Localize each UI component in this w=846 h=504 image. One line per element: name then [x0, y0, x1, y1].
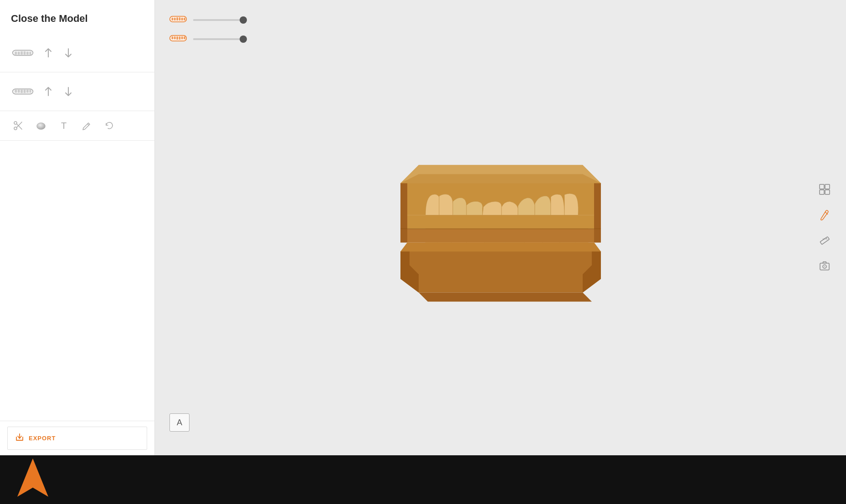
svg-rect-51: [820, 190, 824, 194]
svg-rect-28: [184, 18, 185, 20]
upper-slider-icon: [169, 15, 187, 25]
svg-marker-42: [400, 252, 601, 293]
svg-rect-31: [174, 36, 176, 39]
svg-rect-24: [174, 18, 176, 20]
export-icon: [15, 433, 24, 444]
bottom-bar: [0, 455, 846, 504]
slider-panel: [169, 15, 243, 45]
export-label: EXPORT: [29, 435, 56, 442]
3d-model: [382, 138, 619, 329]
lower-slider-row: [169, 34, 243, 45]
svg-line-21: [87, 124, 89, 125]
svg-point-59: [824, 266, 825, 267]
upper-teeth-row: [11, 41, 144, 65]
svg-rect-12: [24, 90, 26, 93]
svg-marker-46: [400, 183, 407, 243]
svg-rect-13: [26, 90, 29, 92]
lower-teeth-row: [11, 80, 144, 103]
svg-rect-10: [18, 90, 20, 92]
bottom-arrow-icon: [15, 457, 51, 503]
lower-arrow-up-button[interactable]: [42, 85, 55, 98]
svg-rect-2: [18, 52, 20, 55]
svg-marker-43: [419, 293, 592, 302]
svg-rect-14: [29, 90, 31, 92]
upper-slider[interactable]: [193, 19, 243, 21]
sidebar-spacer: [0, 141, 154, 421]
paint-tool[interactable]: [816, 206, 833, 224]
tools-section: T: [0, 111, 154, 141]
svg-rect-26: [179, 17, 181, 20]
svg-rect-32: [176, 36, 178, 40]
svg-rect-39: [400, 215, 601, 229]
ruler-tool[interactable]: [816, 232, 833, 249]
svg-line-56: [826, 238, 827, 239]
svg-rect-6: [29, 52, 31, 55]
svg-rect-23: [172, 18, 174, 20]
svg-rect-4: [24, 51, 26, 55]
right-toolbar: [816, 181, 833, 275]
svg-rect-40: [400, 229, 601, 243]
svg-rect-53: [820, 237, 829, 244]
svg-rect-25: [176, 17, 178, 20]
svg-rect-30: [172, 36, 174, 39]
edit-tool[interactable]: [79, 118, 94, 133]
export-button[interactable]: EXPORT: [7, 427, 147, 450]
undo-tool[interactable]: [102, 118, 117, 133]
svg-rect-11: [21, 90, 23, 93]
svg-rect-5: [26, 52, 29, 55]
svg-rect-9: [15, 90, 17, 92]
sphere-tool[interactable]: [34, 118, 48, 133]
lower-slider[interactable]: [193, 38, 243, 40]
svg-marker-60: [17, 458, 48, 497]
upper-arrow-down-button[interactable]: [62, 46, 75, 59]
scissors-tool[interactable]: [11, 118, 26, 133]
svg-rect-52: [825, 190, 830, 194]
lower-teeth-icon: [11, 83, 35, 100]
export-section: EXPORT: [0, 421, 154, 455]
upper-arrow-up-button[interactable]: [42, 46, 55, 59]
tools-row: T: [11, 118, 144, 133]
svg-rect-33: [179, 36, 181, 40]
viewport-label: A: [169, 413, 190, 432]
viewport: A: [155, 0, 846, 455]
lower-slider-icon: [169, 34, 187, 45]
svg-rect-50: [825, 184, 830, 189]
screenshot-tool[interactable]: [816, 257, 833, 275]
svg-rect-27: [181, 18, 183, 20]
upper-teeth-icon: [11, 45, 35, 61]
text-tool[interactable]: T: [56, 118, 71, 133]
upper-slider-row: [169, 15, 243, 25]
svg-rect-35: [184, 36, 185, 39]
svg-rect-1: [15, 52, 17, 55]
grid-tool[interactable]: [816, 181, 833, 198]
upper-teeth-section: [0, 34, 154, 72]
sidebar: Close the Model: [0, 0, 155, 455]
svg-rect-3: [21, 51, 23, 55]
page-title: Close the Model: [0, 0, 154, 34]
svg-rect-34: [181, 36, 183, 39]
svg-point-20: [37, 123, 45, 129]
lower-arrow-down-button[interactable]: [62, 85, 75, 98]
lower-teeth-section: [0, 72, 154, 111]
svg-marker-47: [594, 183, 601, 243]
svg-rect-49: [820, 184, 824, 189]
